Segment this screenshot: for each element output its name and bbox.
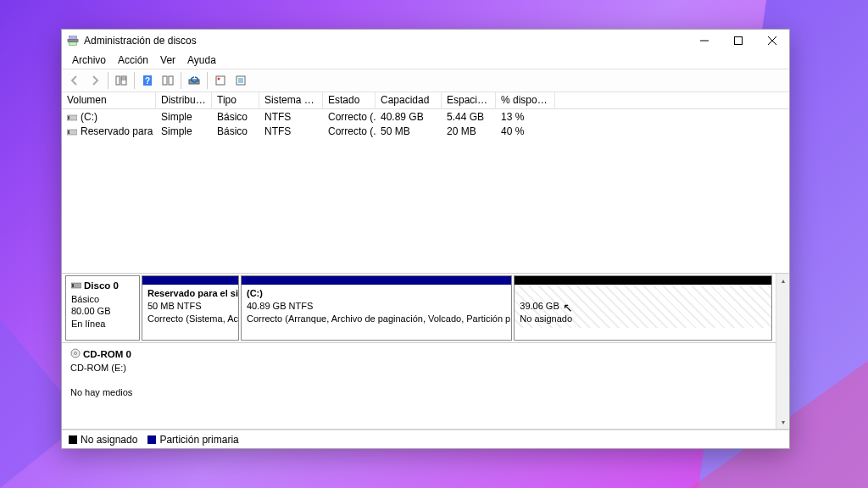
partition-status: Correcto (Arranque, Archivo de paginació… [247, 313, 511, 324]
svg-rect-23 [68, 116, 70, 119]
disk-icon [71, 280, 81, 289]
legend: No asignado Partición primaria [62, 430, 789, 448]
svg-point-29 [75, 352, 77, 355]
cdrom-icon [70, 348, 81, 357]
disk-state: En línea [71, 319, 105, 329]
svg-rect-4 [735, 37, 743, 45]
minimize-button[interactable] [687, 30, 721, 52]
disk-type: Básico [71, 294, 99, 304]
disk-row[interactable]: Disco 0 Básico 80.00 GB En línea Reserva… [62, 274, 776, 343]
col-volume[interactable]: Volumen [62, 92, 156, 109]
cell: Básico [212, 124, 259, 138]
svg-rect-13 [163, 76, 167, 85]
table-row[interactable]: Reservado para el ... Simple Básico NTFS… [62, 124, 789, 138]
partition-color-bar [515, 276, 771, 285]
refresh-button[interactable] [159, 71, 177, 90]
cell: NTFS [259, 124, 323, 138]
svg-rect-7 [116, 76, 120, 85]
titlebar[interactable]: Administración de discos [62, 30, 789, 52]
disk-management-window: Administración de discos Archivo Acción … [61, 29, 790, 449]
toolbar-separator [207, 72, 208, 89]
menubar: Archivo Acción Ver Ayuda [62, 52, 789, 69]
maximize-button[interactable] [721, 30, 755, 52]
disk-name: Disco 0 [84, 280, 119, 291]
partition-status: Correcto (Sistema, Acti [147, 313, 238, 324]
legend-primary: Partición primaria [147, 434, 238, 446]
cell: (C:) [81, 111, 97, 123]
partition-size: 40.89 GB NTFS [247, 301, 313, 311]
svg-rect-2 [70, 42, 77, 46]
cdrom-empty: No hay medios [70, 387, 132, 397]
back-button[interactable] [65, 71, 84, 90]
menu-help[interactable]: Ayuda [182, 53, 221, 68]
partition-reserved[interactable]: Reservado para el sist 50 MB NTFS Correc… [142, 275, 239, 341]
cell: Correcto (... [323, 109, 376, 124]
help-button[interactable]: ? [138, 71, 157, 90]
drive-icon [67, 113, 77, 121]
svg-rect-0 [68, 39, 78, 42]
col-pct[interactable]: % disponible [496, 92, 555, 109]
partition-unallocated[interactable]: 39.06 GB↖ No asignado [514, 275, 772, 341]
cell: 40.89 GB [376, 109, 442, 124]
cell: Reservado para el ... [81, 125, 156, 137]
window-title: Administración de discos [84, 35, 687, 47]
toolbar-separator [134, 72, 135, 89]
scroll-down-icon[interactable]: ▾ [776, 415, 789, 429]
cell: 20 MB [442, 124, 496, 138]
properties-button[interactable] [211, 71, 230, 90]
app-icon [67, 35, 79, 47]
volume-list[interactable]: Volumen Distribución Tipo Sistema de ...… [62, 92, 789, 274]
col-layout[interactable]: Distribución [156, 92, 212, 109]
col-free[interactable]: Espacio ... [442, 92, 496, 109]
partition-size: 50 MB NTFS [147, 301, 202, 311]
col-spacer[interactable] [555, 92, 789, 109]
swatch-unalloc [69, 435, 77, 444]
column-headers: Volumen Distribución Tipo Sistema de ...… [62, 92, 789, 109]
col-capacity[interactable]: Capacidad [376, 92, 442, 109]
scroll-up-icon[interactable]: ▴ [776, 274, 789, 287]
svg-rect-27 [72, 284, 74, 287]
col-type[interactable]: Tipo [212, 92, 259, 109]
svg-rect-1 [70, 36, 77, 40]
col-status[interactable]: Estado [323, 92, 376, 109]
disk-info-pane[interactable]: Disco 0 Básico 80.00 GB En línea [65, 275, 140, 341]
show-hide-button[interactable] [112, 71, 131, 90]
menu-action[interactable]: Acción [113, 53, 153, 68]
svg-rect-25 [68, 130, 70, 134]
cdrom-dev: CD-ROM (E:) [70, 363, 126, 373]
cdrom-info-pane[interactable]: CD-ROM 0 CD-ROM (E:) No hay medios [65, 345, 140, 411]
disk-row[interactable]: CD-ROM 0 CD-ROM (E:) No hay medios [62, 343, 776, 413]
table-row[interactable]: (C:) Simple Básico NTFS Correcto (... 40… [62, 109, 789, 124]
svg-rect-16 [216, 76, 225, 85]
cell: 50 MB [376, 124, 442, 138]
cell: Simple [156, 109, 212, 124]
partition-color-bar [142, 276, 238, 285]
partition-color-bar [242, 276, 511, 285]
partition-c[interactable]: (C:) 40.89 GB NTFS Correcto (Arranque, A… [241, 275, 512, 341]
menu-file[interactable]: Archivo [67, 53, 111, 68]
svg-text:?: ? [145, 76, 150, 86]
partition-title: Reservado para el sist [147, 288, 238, 298]
desktop-background: Administración de discos Archivo Acción … [0, 0, 868, 488]
partition-bar: Reservado para el sist 50 MB NTFS Correc… [142, 275, 772, 341]
forward-button[interactable] [86, 71, 104, 90]
cell: Simple [156, 124, 212, 138]
col-fs[interactable]: Sistema de ... [259, 92, 323, 109]
svg-rect-14 [169, 76, 173, 85]
partition-title: (C:) [247, 288, 263, 298]
cell: Básico [212, 109, 259, 124]
partition-size: 39.06 GB [520, 301, 559, 311]
menu-view[interactable]: Ver [155, 53, 181, 68]
scan-button[interactable] [185, 71, 203, 90]
disk-graphical-view: ▴ ▾ Disco 0 Básico 80.00 GB En línea Res… [62, 274, 789, 430]
scrollbar[interactable]: ▴ ▾ [776, 274, 789, 429]
toolbar-separator [108, 72, 108, 89]
cell: NTFS [259, 109, 323, 124]
list-button[interactable] [231, 71, 250, 90]
toolbar-separator [181, 72, 181, 89]
cell: Correcto (... [323, 124, 376, 138]
cell: 13 % [496, 109, 555, 124]
disk-size: 80.00 GB [71, 306, 110, 316]
cursor-icon: ↖ [563, 300, 573, 316]
close-button[interactable] [755, 30, 789, 52]
